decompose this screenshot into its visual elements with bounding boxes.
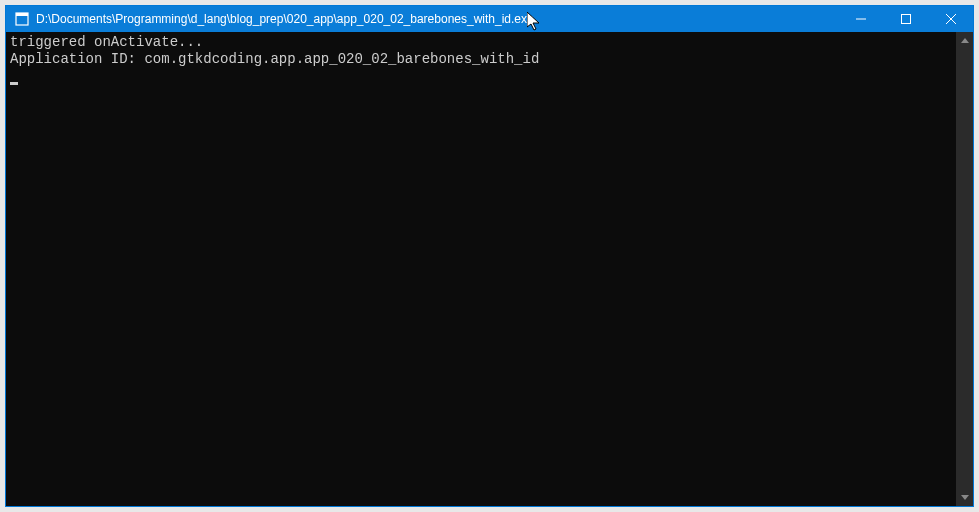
svg-marker-7 (961, 495, 969, 500)
window-controls (838, 6, 973, 32)
titlebar[interactable]: D:\Documents\Programming\d_lang\blog_pre… (6, 6, 973, 32)
window-title: D:\Documents\Programming\d_lang\blog_pre… (36, 12, 838, 26)
svg-rect-1 (16, 13, 28, 16)
minimize-button[interactable] (838, 6, 883, 32)
console-line: Application ID: com.gtkdcoding.app.app_0… (10, 51, 539, 67)
vertical-scrollbar[interactable] (956, 32, 973, 506)
app-icon (14, 11, 30, 27)
console-line: triggered onActivate... (10, 34, 203, 50)
svg-marker-6 (961, 38, 969, 43)
console-area: triggered onActivate... Application ID: … (6, 32, 973, 506)
scroll-down-arrow-icon[interactable] (956, 489, 973, 506)
text-cursor (10, 82, 18, 85)
svg-rect-3 (901, 15, 910, 24)
close-button[interactable] (928, 6, 973, 32)
maximize-button[interactable] (883, 6, 928, 32)
scroll-up-arrow-icon[interactable] (956, 32, 973, 49)
console-output[interactable]: triggered onActivate... Application ID: … (6, 32, 956, 506)
console-window: D:\Documents\Programming\d_lang\blog_pre… (5, 5, 974, 507)
